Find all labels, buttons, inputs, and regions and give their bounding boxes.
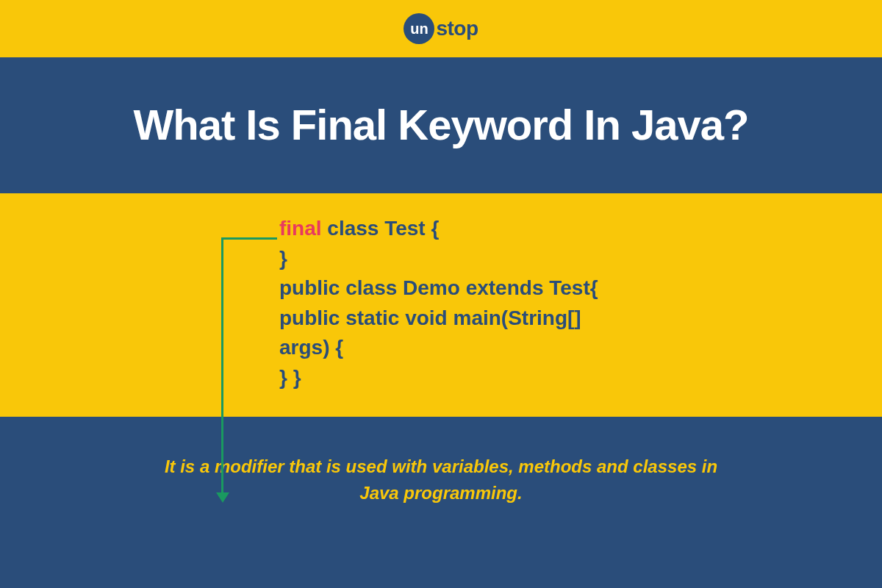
annotation-text: It is a modifier that is used with varia… (162, 453, 720, 506)
code-line-2: } (279, 244, 882, 274)
logo: un stop (404, 13, 478, 44)
logo-circle-text: un (410, 21, 428, 37)
annotation-connector-vertical (221, 237, 223, 496)
annotation-arrow-icon (216, 492, 229, 503)
code-block: final class Test { } public class Demo e… (279, 214, 882, 393)
logo-circle: un (404, 13, 434, 44)
keyword-final: final (279, 217, 322, 240)
code-line-1: final class Test { (279, 214, 882, 244)
code-line-5: args) { (279, 333, 882, 363)
logo-text: stop (436, 17, 478, 40)
bottom-section: It is a modifier that is used with varia… (0, 417, 882, 506)
code-line-1-rest: class Test { (322, 217, 440, 240)
code-line-3: public class Demo extends Test{ (279, 273, 882, 304)
page-title: What Is Final Keyword In Java? (51, 100, 831, 149)
annotation-connector-horizontal (221, 237, 277, 240)
code-line-4: public static void main(String[] (279, 304, 882, 334)
header-bar: un stop (0, 0, 882, 57)
code-section: final class Test { } public class Demo e… (0, 193, 882, 417)
code-line-6: } } (279, 363, 882, 393)
title-section: What Is Final Keyword In Java? (0, 57, 882, 193)
